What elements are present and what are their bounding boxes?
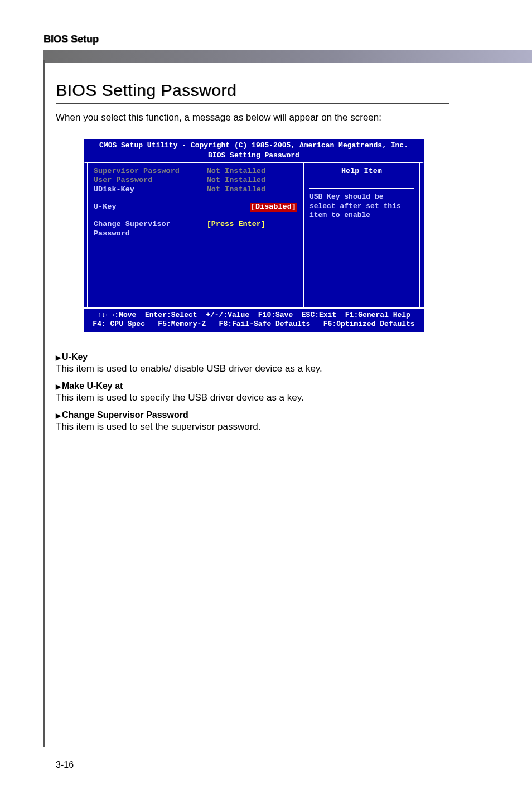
content-area: BIOS Setting Password When you select th… [56, 63, 499, 432]
bios-value-selected: [Disabled] [250, 203, 297, 212]
description-item-change-pw: ▶Change Supervisor Password This item is… [56, 410, 499, 432]
description-text: This item is used to enable/ disable USB… [56, 363, 499, 374]
bios-help-text: USB Key should be select after set this … [309, 192, 414, 220]
bios-value-action: [Press Enter] [207, 220, 297, 239]
section-title: BIOS Setting Password [56, 81, 499, 100]
bios-screenshot: CMOS Setup Utility - Copyright (C) 1985-… [84, 139, 424, 332]
description-text: This item is used to specify the USB dri… [56, 392, 499, 403]
bios-label: UDisk-Key [94, 185, 207, 195]
bios-value: Not Installed [207, 176, 297, 185]
bios-value: Not Installed [207, 167, 297, 176]
triangle-icon: ▶ [56, 354, 61, 362]
bios-footer-line-2: F4: CPU Spec F5:Memory-Z F8:Fail-Safe De… [88, 320, 419, 329]
header-gradient-bar [43, 50, 532, 63]
bios-label: Supervisor Password [94, 167, 207, 176]
description-heading: ▶U-Key [56, 352, 499, 362]
left-rule [43, 60, 45, 747]
spacer [94, 195, 297, 203]
description-heading-text: Change Supervisor Password [62, 410, 188, 420]
description-item-make-ukey: ▶Make U-Key at This item is used to spec… [56, 381, 499, 403]
description-heading: ▶Change Supervisor Password [56, 410, 499, 420]
bios-footer: ↑↓←→:Move Enter:Select +/-/:Value F10:Sa… [84, 307, 424, 333]
page-container: BIOS Setup BIOS Setting Password When yo… [0, 0, 532, 799]
bios-label: U-Key [94, 203, 250, 212]
bios-title-line: CMOS Setup Utility - Copyright (C) 1985-… [84, 139, 424, 151]
page-number: 3-16 [56, 760, 74, 770]
bios-body: Supervisor Password Not Installed User P… [84, 162, 424, 307]
bios-row-udisk: UDisk-Key Not Installed [94, 185, 297, 195]
triangle-icon: ▶ [56, 412, 61, 420]
description-heading-text: U-Key [62, 352, 88, 362]
bios-label: Change Supervisor Password [94, 220, 207, 239]
bios-help-panel: Help Item USB Key should be select after… [303, 163, 420, 307]
bios-value: Not Installed [207, 185, 297, 195]
bios-footer-line-1: ↑↓←→:Move Enter:Select +/-/:Value F10:Sa… [88, 311, 419, 320]
bios-settings-panel: Supervisor Password Not Installed User P… [87, 163, 303, 307]
bios-row-change-pw: Change Supervisor Password [Press Enter] [94, 220, 297, 239]
bios-subtitle: BIOS Setting Password [84, 151, 424, 162]
bios-row-ukey: U-Key [Disabled] [94, 203, 297, 212]
description-item-ukey: ▶U-Key This item is used to enable/ disa… [56, 352, 499, 374]
bios-label: User Password [94, 176, 207, 185]
description-text: This item is used to set the supervisor … [56, 421, 499, 432]
description-heading-text: Make U-Key at [62, 381, 123, 391]
section-intro-text: When you select this function, a message… [56, 112, 499, 123]
bios-row-user: User Password Not Installed [94, 176, 297, 185]
section-title-underline [56, 103, 449, 104]
bios-row-supervisor: Supervisor Password Not Installed [94, 167, 297, 176]
triangle-icon: ▶ [56, 383, 61, 391]
description-heading: ▶Make U-Key at [56, 381, 499, 391]
bios-help-title: Help Item [309, 167, 414, 190]
header-chapter-label: BIOS Setup [43, 33, 532, 45]
description-block: ▶U-Key This item is used to enable/ disa… [56, 352, 499, 432]
spacer [94, 212, 297, 220]
